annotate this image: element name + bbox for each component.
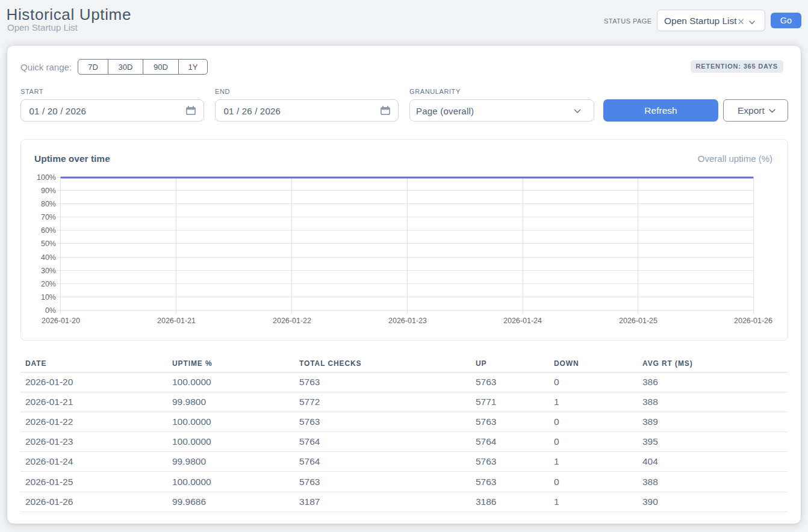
svg-text:60%: 60% [41,226,56,235]
svg-text:80%: 80% [41,200,56,208]
svg-text:0%: 0% [45,306,56,315]
svg-text:90%: 90% [41,187,56,195]
svg-text:70%: 70% [41,213,56,221]
svg-text:30%: 30% [41,267,56,275]
svg-text:100%: 100% [37,173,56,182]
svg-text:40%: 40% [41,253,56,262]
svg-text:2026-01-22: 2026-01-22 [273,317,311,325]
svg-text:2026-01-23: 2026-01-23 [388,317,427,325]
svg-text:2026-01-25: 2026-01-25 [619,317,657,325]
svg-text:10%: 10% [41,293,56,302]
svg-text:20%: 20% [41,280,56,288]
svg-text:2026-01-21: 2026-01-21 [157,317,196,325]
svg-text:2026-01-26: 2026-01-26 [734,317,772,325]
svg-text:2026-01-24: 2026-01-24 [503,317,542,325]
svg-text:50%: 50% [41,240,56,248]
svg-text:2026-01-20: 2026-01-20 [42,317,80,325]
